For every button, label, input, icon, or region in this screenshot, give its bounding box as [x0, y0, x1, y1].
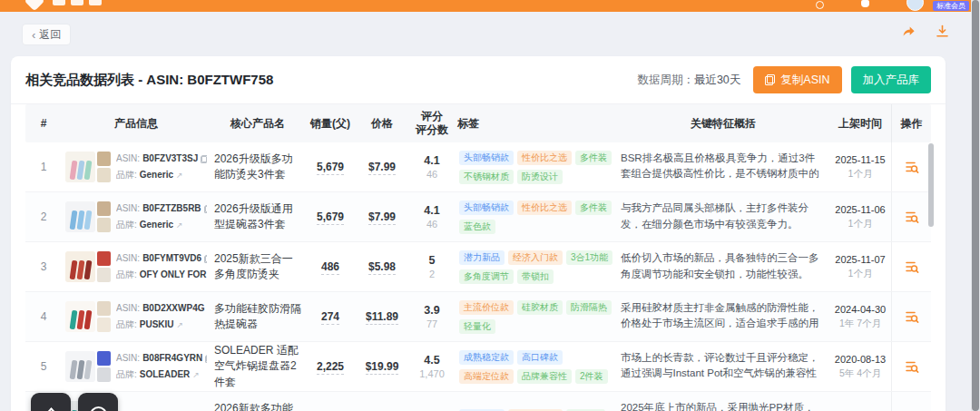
asin-line: ASIN:B08FR4GYRN↗: [116, 350, 207, 367]
asin-label: ASIN:: [116, 250, 140, 267]
copy-icon[interactable]: [204, 205, 207, 213]
tag: 多件装: [575, 151, 612, 165]
back-button[interactable]: ‹ 返回: [22, 24, 71, 45]
external-link-icon[interactable]: ↗: [192, 371, 200, 379]
listed-age: 1年 7个月: [833, 318, 887, 330]
download-button[interactable]: [936, 24, 949, 38]
sales-value[interactable]: 2,225: [317, 360, 344, 375]
rating-count: 46: [412, 219, 452, 230]
tag-list: 头部畅销款性价比之选多件装不锈钢材质防烫设计: [459, 151, 613, 184]
product-thumbnail[interactable]: [65, 351, 111, 382]
rating-value: 3.9: [412, 304, 452, 317]
back-to-top-button[interactable]: [31, 393, 71, 411]
price-value[interactable]: $7.99: [368, 161, 396, 175]
rating-cell: 4.146: [408, 204, 456, 230]
view-detail-button[interactable]: [905, 210, 919, 224]
notification-bell-icon[interactable]: [861, 0, 869, 7]
external-link-icon[interactable]: ↗: [176, 171, 183, 180]
table-row[interactable]: 4ASIN:B0D2XXWP4G↗品牌:PUSKIU↗多功能硅胶防滑隔热提碗器2…: [25, 292, 931, 342]
table-row[interactable]: 3ASIN:B0FYMT9VD6↗品牌:OFY ONLY FOR ...↗202…: [25, 242, 931, 292]
app-logo-text: [53, 0, 65, 5]
table-scrollbar[interactable]: [928, 143, 934, 227]
brand-label: 品牌:: [116, 167, 137, 183]
sales-cell: 2,225: [305, 360, 356, 373]
price-value[interactable]: $11.89: [366, 310, 398, 325]
price-value[interactable]: $19.99: [366, 360, 399, 375]
product-thumbnail[interactable]: [65, 201, 111, 232]
help-icon[interactable]: [816, 1, 824, 9]
product-image-detail: [97, 351, 111, 366]
external-link-icon[interactable]: ↗: [177, 321, 184, 329]
view-detail-button[interactable]: [905, 160, 919, 174]
row-index-cell: 1: [25, 161, 62, 173]
table-header-row: # 产品信息 核心产品名 销量(父) 价格 评分 评分数 标签 关键特征概括 上…: [25, 104, 931, 142]
asin-line: ASIN:B0D2XXWP4G↗: [116, 300, 207, 317]
rating-value: 4.1: [412, 204, 452, 217]
product-thumbnail[interactable]: [65, 152, 111, 182]
view-detail-button[interactable]: [905, 359, 919, 374]
tag: 主流价位款: [459, 300, 514, 315]
sales-value[interactable]: 486: [321, 260, 339, 275]
customer-service-button[interactable]: [78, 393, 118, 411]
brand-line: 品牌:Generic↗: [116, 167, 207, 183]
copy-icon[interactable]: [205, 355, 207, 363]
product-thumbnail[interactable]: [65, 301, 111, 332]
product-image-detail: [83, 210, 92, 230]
product-image-secondary: [97, 201, 111, 232]
view-detail-button[interactable]: [905, 259, 919, 274]
header-product-info: 产品信息: [62, 117, 211, 131]
sales-cell: 274: [305, 310, 356, 323]
tag: 带锁扣: [517, 269, 554, 284]
tag: 2件装: [575, 369, 608, 384]
add-to-product-library-button[interactable]: 加入产品库: [851, 66, 932, 93]
price-value[interactable]: $7.99: [368, 210, 396, 225]
app-logo-text: [71, 0, 83, 5]
listed-date: 2025-11-15: [833, 154, 887, 165]
table-row[interactable]: 5ASIN:B08FR4GYRN↗品牌:SOLEADER↗SOLEADER 适配…: [25, 342, 931, 392]
row-index-cell: 5: [25, 360, 62, 373]
product-core-name: SOLEADER 适配空气炸锅提盘器2件套: [214, 343, 301, 390]
tags-cell: 成熟稳定款高口碑款高端定位款品牌兼容性2件装: [456, 350, 617, 384]
copy-icon[interactable]: [204, 255, 207, 263]
share-button[interactable]: [901, 24, 916, 38]
table-row[interactable]: 2ASIN:B0FZTZB5RB↗品牌:Generic↗2026升级版通用型提碗…: [25, 192, 931, 242]
copy-icon[interactable]: [201, 155, 207, 163]
price-value[interactable]: $5.98: [368, 260, 396, 275]
product-core-name: 2026升级版多功能防烫夹3件套: [214, 152, 301, 183]
view-detail-button[interactable]: [905, 309, 919, 324]
product-image-secondary: [97, 251, 111, 282]
asin-value: B0FZV3T3SJ: [142, 151, 198, 167]
table-row[interactable]: 1ASIN:B0FZV3T3SJ↗品牌:Generic↗2026升级版多功能防烫…: [25, 142, 931, 192]
tag: 多件装: [575, 201, 612, 215]
product-thumbnail[interactable]: [65, 251, 111, 282]
sales-cell: 5,679: [305, 161, 356, 173]
tag: 轻量化: [459, 319, 495, 334]
app-screen: 标准会员 ‹ 返回 相关竞品数据列表 - ASIN: B0FZTWF758 数据…: [0, 0, 980, 411]
tags-cell: 主流价位款硅胶材质防滑隔热轻量化: [456, 300, 617, 334]
product-info-cell: ASIN:B08FR4GYRN↗品牌:SOLEADER↗: [62, 350, 211, 383]
product-meta: ASIN:B0FZTZB5RB↗品牌:Generic↗: [116, 201, 207, 233]
page-scrollbar[interactable]: [971, 0, 980, 411]
asin-line: ASIN:B0FZV3T3SJ↗: [116, 151, 207, 167]
brand-line: 品牌:OFY ONLY FOR ...↗: [116, 267, 207, 283]
feature-summary: BSR排名极高且价格极具竞争力，通过3件套组合提供极高性价比，是不锈钢材质中的主…: [621, 151, 826, 184]
table-row[interactable]: 6ASIN:B0G6L8Q23X↗2026新款多功能混色防15$9.995潜力新…: [25, 392, 931, 411]
sales-value[interactable]: 274: [321, 310, 339, 325]
rating-value: 4.5: [412, 354, 452, 367]
sales-value[interactable]: 5,679: [317, 161, 344, 175]
user-avatar[interactable]: [906, 0, 924, 11]
copy-asin-button[interactable]: 复制ASIN: [753, 66, 841, 93]
listed-date: 2024-04-30: [833, 304, 887, 315]
product-image-detail: [97, 301, 111, 316]
page-scrollbar-thumb[interactable]: [972, 0, 979, 411]
row-index: 3: [41, 260, 47, 273]
card-header: 相关竞品数据列表 - ASIN: B0FZTWF758 数据周期：最近30天 复…: [11, 56, 946, 104]
feature-summary: 2025年底上市的新品，采用抛光PP材质，通过三件混色装满: [621, 400, 826, 411]
header-price: 价格: [356, 117, 408, 131]
membership-badge: 标准会员: [933, 1, 969, 11]
external-link-icon[interactable]: ↗: [176, 221, 183, 230]
tag: 防滑隔热: [566, 300, 612, 315]
product-image-detail: [83, 161, 92, 181]
sales-value[interactable]: 5,679: [317, 210, 344, 225]
brand-value: SOLEADER: [140, 367, 191, 383]
